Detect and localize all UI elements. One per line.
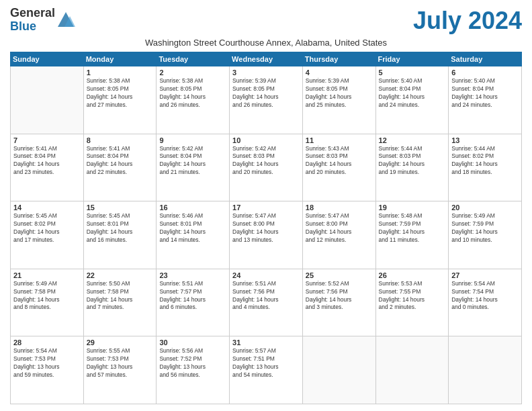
calendar-week-row: 21Sunrise: 5:49 AM Sunset: 7:58 PM Dayli… [11,269,522,336]
day-info: Sunrise: 5:44 AM Sunset: 8:02 PM Dayligh… [451,145,519,177]
day-number: 23 [159,271,226,279]
day-info: Sunrise: 5:40 AM Sunset: 8:04 PM Dayligh… [379,77,446,109]
day-info: Sunrise: 5:54 AM Sunset: 7:54 PM Dayligh… [451,280,519,312]
day-info: Sunrise: 5:56 AM Sunset: 7:52 PM Dayligh… [159,347,226,379]
logo-general: General [10,6,55,19]
day-info: Sunrise: 5:42 AM Sunset: 8:03 PM Dayligh… [232,145,300,177]
day-info: Sunrise: 5:54 AM Sunset: 7:53 PM Dayligh… [13,347,81,379]
table-row: 27Sunrise: 5:54 AM Sunset: 7:54 PM Dayli… [449,269,522,336]
table-row: 9Sunrise: 5:42 AM Sunset: 8:04 PM Daylig… [157,134,230,201]
day-info: Sunrise: 5:44 AM Sunset: 8:03 PM Dayligh… [379,145,446,177]
table-row: 18Sunrise: 5:47 AM Sunset: 8:00 PM Dayli… [302,201,375,269]
page-header: General Blue July 2024 [10,7,522,35]
table-row: 17Sunrise: 5:47 AM Sunset: 8:00 PM Dayli… [230,201,303,269]
day-number: 18 [306,203,373,212]
day-number: 2 [159,68,226,77]
day-number: 12 [379,136,446,144]
day-number: 5 [379,68,446,77]
table-row: 1Sunrise: 5:38 AM Sunset: 8:05 PM Daylig… [83,66,157,134]
day-info: Sunrise: 5:50 AM Sunset: 7:58 PM Dayligh… [87,280,154,312]
col-wednesday: Wednesday [230,52,303,66]
table-row: 13Sunrise: 5:44 AM Sunset: 8:02 PM Dayli… [449,134,522,201]
day-info: Sunrise: 5:49 AM Sunset: 7:58 PM Dayligh… [13,280,81,312]
day-number: 11 [306,136,373,144]
day-info: Sunrise: 5:57 AM Sunset: 7:51 PM Dayligh… [232,347,300,379]
table-row: 25Sunrise: 5:52 AM Sunset: 7:56 PM Dayli… [302,269,375,336]
day-info: Sunrise: 5:51 AM Sunset: 7:56 PM Dayligh… [232,280,300,312]
day-number: 9 [159,136,226,144]
table-row: 12Sunrise: 5:44 AM Sunset: 8:03 PM Dayli… [375,134,449,201]
table-row: 30Sunrise: 5:56 AM Sunset: 7:52 PM Dayli… [157,336,230,404]
table-row: 5Sunrise: 5:40 AM Sunset: 8:04 PM Daylig… [375,66,449,134]
day-info: Sunrise: 5:47 AM Sunset: 8:00 PM Dayligh… [306,212,373,244]
table-row [302,336,375,404]
table-row: 31Sunrise: 5:57 AM Sunset: 7:51 PM Dayli… [230,336,303,404]
day-number: 26 [379,271,446,279]
calendar-week-row: 1Sunrise: 5:38 AM Sunset: 8:05 PM Daylig… [11,66,522,134]
day-number: 19 [379,203,446,212]
table-row: 16Sunrise: 5:46 AM Sunset: 8:01 PM Dayli… [157,201,230,269]
table-row: 4Sunrise: 5:39 AM Sunset: 8:05 PM Daylig… [302,66,375,134]
day-number: 8 [87,136,154,144]
col-friday: Friday [375,52,449,66]
page-title: July 2024 [413,7,522,35]
logo: General Blue [10,7,75,34]
day-info: Sunrise: 5:47 AM Sunset: 8:00 PM Dayligh… [232,212,300,244]
day-info: Sunrise: 5:46 AM Sunset: 8:01 PM Dayligh… [159,212,226,244]
table-row: 7Sunrise: 5:41 AM Sunset: 8:04 PM Daylig… [11,134,84,201]
day-number: 30 [159,338,226,347]
day-info: Sunrise: 5:51 AM Sunset: 7:57 PM Dayligh… [159,280,226,312]
table-row: 3Sunrise: 5:39 AM Sunset: 8:05 PM Daylig… [230,66,303,134]
logo-icon [56,11,75,30]
day-number: 31 [232,338,300,347]
page-subtitle: Washington Street Courthouse Annex, Alab… [10,38,522,48]
table-row: 20Sunrise: 5:49 AM Sunset: 7:59 PM Dayli… [449,201,522,269]
day-info: Sunrise: 5:38 AM Sunset: 8:05 PM Dayligh… [87,77,154,109]
day-number: 1 [87,68,154,77]
day-info: Sunrise: 5:49 AM Sunset: 7:59 PM Dayligh… [451,212,519,244]
day-number: 15 [87,203,154,212]
table-row: 15Sunrise: 5:45 AM Sunset: 8:01 PM Dayli… [83,201,157,269]
day-number: 4 [306,68,373,77]
table-row: 21Sunrise: 5:49 AM Sunset: 7:58 PM Dayli… [11,269,84,336]
calendar-week-row: 7Sunrise: 5:41 AM Sunset: 8:04 PM Daylig… [11,134,522,201]
day-info: Sunrise: 5:42 AM Sunset: 8:04 PM Dayligh… [159,145,226,177]
day-number: 17 [232,203,300,212]
day-info: Sunrise: 5:39 AM Sunset: 8:05 PM Dayligh… [306,77,373,109]
table-row: 28Sunrise: 5:54 AM Sunset: 7:53 PM Dayli… [11,336,84,404]
day-number: 16 [159,203,226,212]
calendar-header-row: Sunday Monday Tuesday Wednesday Thursday… [11,52,522,66]
table-row: 2Sunrise: 5:38 AM Sunset: 8:05 PM Daylig… [157,66,230,134]
day-info: Sunrise: 5:45 AM Sunset: 8:01 PM Dayligh… [87,212,154,244]
day-info: Sunrise: 5:45 AM Sunset: 8:02 PM Dayligh… [13,212,81,244]
col-thursday: Thursday [302,52,375,66]
col-sunday: Sunday [11,52,84,66]
day-number: 27 [451,271,519,279]
calendar-page: General Blue July 2024 Washington Street… [0,0,532,411]
table-row: 26Sunrise: 5:53 AM Sunset: 7:55 PM Dayli… [375,269,449,336]
day-number: 21 [13,271,81,279]
col-tuesday: Tuesday [157,52,230,66]
col-monday: Monday [83,52,157,66]
calendar-week-row: 28Sunrise: 5:54 AM Sunset: 7:53 PM Dayli… [11,336,522,404]
logo-blue: Blue [10,19,36,33]
table-row: 24Sunrise: 5:51 AM Sunset: 7:56 PM Dayli… [230,269,303,336]
day-number: 13 [451,136,519,144]
day-info: Sunrise: 5:53 AM Sunset: 7:55 PM Dayligh… [379,280,446,312]
day-number: 28 [13,338,81,347]
day-info: Sunrise: 5:41 AM Sunset: 8:04 PM Dayligh… [13,145,81,177]
day-number: 29 [87,338,154,347]
table-row: 10Sunrise: 5:42 AM Sunset: 8:03 PM Dayli… [230,134,303,201]
table-row: 8Sunrise: 5:41 AM Sunset: 8:04 PM Daylig… [83,134,157,201]
day-number: 14 [13,203,81,212]
col-saturday: Saturday [449,52,522,66]
day-info: Sunrise: 5:43 AM Sunset: 8:03 PM Dayligh… [306,145,373,177]
day-info: Sunrise: 5:41 AM Sunset: 8:04 PM Dayligh… [87,145,154,177]
table-row: 6Sunrise: 5:40 AM Sunset: 8:04 PM Daylig… [449,66,522,134]
day-info: Sunrise: 5:48 AM Sunset: 7:59 PM Dayligh… [379,212,446,244]
day-number: 25 [306,271,373,279]
day-number: 3 [232,68,300,77]
table-row: 22Sunrise: 5:50 AM Sunset: 7:58 PM Dayli… [83,269,157,336]
table-row: 14Sunrise: 5:45 AM Sunset: 8:02 PM Dayli… [11,201,84,269]
day-number: 22 [87,271,154,279]
